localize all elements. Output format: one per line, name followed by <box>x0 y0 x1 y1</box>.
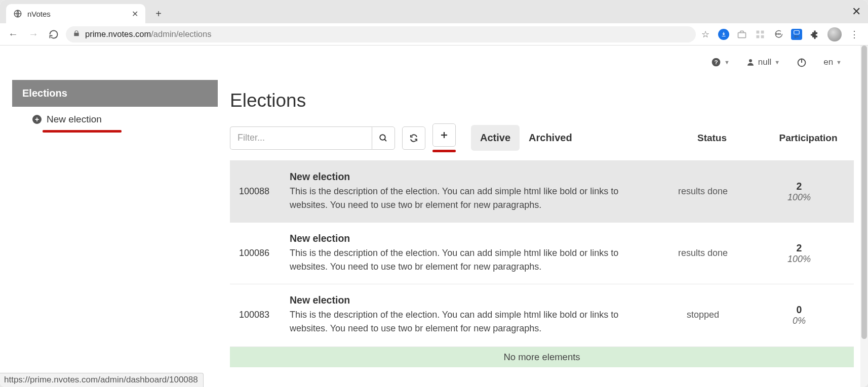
help-menu[interactable]: ? ▼ <box>711 57 730 67</box>
table-row[interactable]: 100083New electionThis is the descriptio… <box>230 284 854 346</box>
row-id: 100088 <box>239 186 290 197</box>
extensions-icon[interactable] <box>809 29 820 40</box>
tab-title: nVotes <box>27 10 127 18</box>
svg-rect-3 <box>757 30 760 33</box>
plus-icon <box>440 131 449 140</box>
column-header-status: Status <box>661 133 763 144</box>
forward-button[interactable]: → <box>25 26 42 42</box>
svg-point-7 <box>776 33 777 34</box>
search-button[interactable] <box>372 126 395 150</box>
sidebar-item-label: New election <box>47 114 102 125</box>
row-percent: 0% <box>754 316 845 326</box>
lock-icon <box>73 30 80 38</box>
page-title: Elections <box>230 90 854 111</box>
row-main: New electionThis is the description of t… <box>290 233 652 274</box>
svg-rect-5 <box>757 35 760 38</box>
bookmark-star-icon[interactable]: ☆ <box>700 29 711 40</box>
user-icon <box>746 58 755 67</box>
sidebar-item-new-election[interactable]: + New election <box>12 107 216 128</box>
briefcase-icon[interactable] <box>736 29 747 40</box>
toolbar: Active Archived Status Participation <box>230 123 854 152</box>
grid-icon[interactable] <box>755 29 766 40</box>
scrollbar-thumb[interactable] <box>861 46 867 339</box>
url-text: prime.nvotes.com/admin/elections <box>85 29 211 39</box>
power-icon <box>796 57 807 68</box>
row-title: New election <box>290 233 652 244</box>
row-status: results done <box>652 248 754 259</box>
caret-down-icon: ▼ <box>774 59 780 65</box>
row-participation: 2100% <box>754 242 845 265</box>
svg-rect-10 <box>794 30 800 34</box>
svg-point-9 <box>780 33 781 34</box>
language-menu[interactable]: en ▼ <box>823 57 842 67</box>
row-status: results done <box>652 186 754 197</box>
row-title: New election <box>290 294 652 306</box>
globe-icon <box>13 9 22 18</box>
tabs: Active Archived <box>471 125 581 151</box>
close-tab-icon[interactable]: ✕ <box>132 9 138 19</box>
download-icon[interactable] <box>718 29 729 40</box>
row-participation: 2100% <box>754 181 845 203</box>
row-count: 2 <box>754 181 845 192</box>
tab-archived[interactable]: Archived <box>520 125 581 151</box>
browser-tab-bar: nVotes ✕ + ✕ <box>0 0 868 23</box>
table-row[interactable]: 100088New electionThis is the descriptio… <box>230 160 854 222</box>
row-percent: 100% <box>754 254 845 265</box>
window-close-icon[interactable]: ✕ <box>852 5 861 18</box>
browser-menu-icon[interactable]: ⋮ <box>849 29 860 40</box>
refresh-icon <box>409 134 418 143</box>
row-description: This is the description of the election.… <box>290 308 652 335</box>
chat-icon[interactable] <box>773 29 784 40</box>
svg-line-17 <box>384 139 386 141</box>
svg-point-13 <box>749 59 752 62</box>
search-icon <box>379 134 388 143</box>
scrollbar[interactable] <box>860 46 868 387</box>
profile-avatar[interactable] <box>827 27 842 41</box>
sidebar-header-elections[interactable]: Elections <box>12 80 218 107</box>
election-list: 100088New electionThis is the descriptio… <box>230 160 854 346</box>
svg-point-16 <box>380 135 385 140</box>
row-count: 0 <box>754 304 845 316</box>
row-main: New electionThis is the description of t… <box>290 294 652 335</box>
caret-down-icon: ▼ <box>836 59 842 65</box>
svg-rect-2 <box>738 32 746 37</box>
row-count: 2 <box>754 242 845 254</box>
address-bar: ← → prime.nvotes.com/admin/elections ☆ <box>0 23 868 46</box>
help-icon: ? <box>711 57 721 67</box>
annotation-underline <box>43 130 122 133</box>
add-button[interactable] <box>432 123 456 147</box>
browser-status-bar: https://prime.nvotes.com/admin/dashboard… <box>0 373 204 387</box>
annotation-underline <box>432 150 456 152</box>
no-more-banner: No more elements <box>230 347 854 367</box>
user-menu[interactable]: null ▼ <box>746 57 780 67</box>
table-row[interactable]: 100086New electionThis is the descriptio… <box>230 222 854 284</box>
svg-text:?: ? <box>714 59 718 65</box>
svg-rect-4 <box>761 30 764 33</box>
row-id: 100083 <box>239 310 290 320</box>
tab-active[interactable]: Active <box>471 125 520 151</box>
column-header-participation: Participation <box>763 133 854 144</box>
row-main: New electionThis is the description of t… <box>290 171 652 212</box>
sidebar: Elections + New election <box>0 46 216 387</box>
row-title: New election <box>290 171 652 183</box>
plus-circle-icon: + <box>32 115 42 124</box>
reload-icon <box>49 29 59 39</box>
reload-button[interactable] <box>46 26 62 42</box>
new-tab-button[interactable]: + <box>150 6 167 22</box>
url-box[interactable]: prime.nvotes.com/admin/elections <box>66 26 696 42</box>
app-topbar: ? ▼ null ▼ en ▼ <box>0 48 861 76</box>
user-label: null <box>758 57 771 67</box>
logout-button[interactable] <box>796 57 807 68</box>
filter-input[interactable] <box>230 126 372 150</box>
svg-rect-1 <box>722 36 726 36</box>
row-participation: 00% <box>754 304 845 326</box>
caret-down-icon: ▼ <box>724 59 730 65</box>
row-id: 100086 <box>239 248 290 259</box>
notification-badge-icon[interactable]: 9+ <box>791 29 802 40</box>
refresh-button[interactable] <box>402 126 425 150</box>
back-button[interactable]: ← <box>5 26 21 42</box>
row-percent: 100% <box>754 192 845 203</box>
svg-point-8 <box>778 33 779 34</box>
svg-rect-6 <box>761 35 764 38</box>
browser-tab[interactable]: nVotes ✕ <box>6 4 145 23</box>
